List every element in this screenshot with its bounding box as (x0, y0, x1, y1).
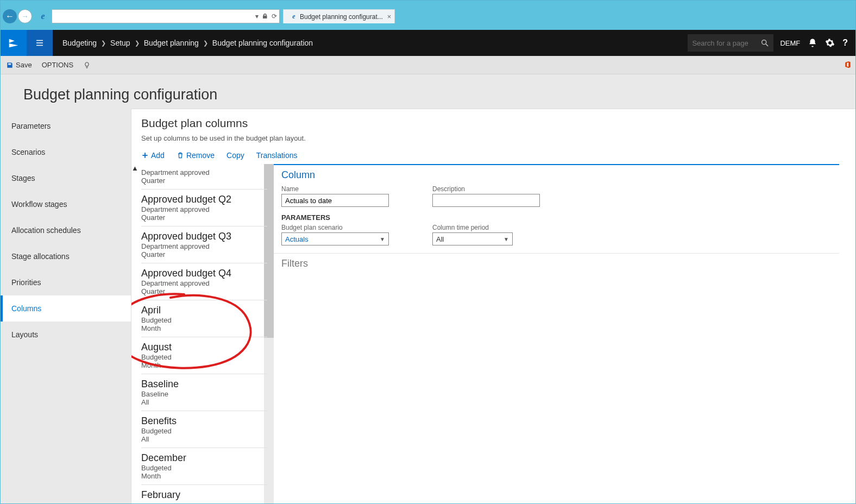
company-label[interactable]: DEMF (780, 39, 800, 47)
list-item[interactable]: February (141, 485, 267, 504)
page-header: Budget planning configuration (1, 74, 855, 109)
copy-button[interactable]: Copy (226, 151, 244, 160)
breadcrumb-1[interactable]: Setup (110, 39, 130, 47)
list-item-title: February (141, 489, 267, 501)
list-item[interactable]: BaselineBaselineAll (141, 374, 267, 411)
remove-button[interactable]: Remove (177, 151, 215, 160)
columns-list: ▲ Department approvedQuarterApproved bud… (131, 164, 274, 504)
refresh-icon[interactable]: ⟳ (272, 12, 277, 20)
top-nav: Budgeting ❯ Setup ❯ Budget planning ❯ Bu… (1, 30, 855, 56)
list-item[interactable]: Approved budget Q4Department approvedQua… (141, 263, 267, 300)
help-icon[interactable]: ? (842, 38, 848, 48)
tab-favicon: e (290, 13, 298, 21)
sidenav-item-stage-allocations[interactable]: Stage allocations (1, 243, 131, 269)
sidenav-item-layouts[interactable]: Layouts (1, 322, 131, 348)
office-icon[interactable] (844, 60, 852, 69)
address-input[interactable] (54, 12, 255, 20)
breadcrumbs: Budgeting ❯ Setup ❯ Budget planning ❯ Bu… (53, 39, 313, 47)
list-item-sub2: Quarter (141, 287, 267, 295)
lightbulb-icon[interactable] (83, 61, 91, 69)
browser-tab[interactable]: e Budget planning configurat... × (283, 9, 395, 23)
translations-button[interactable]: Translations (256, 151, 298, 160)
period-field-label: Column time period (432, 224, 513, 231)
list-commands: Add Remove Copy Translations (131, 146, 855, 164)
list-item-sub2: Quarter (141, 213, 267, 222)
detail-section-column[interactable]: Column (274, 165, 839, 183)
page-title: Budget planning configuration (23, 86, 833, 103)
nav-search[interactable] (688, 34, 773, 52)
browser-forward-button[interactable] (18, 9, 32, 23)
period-select[interactable]: All ▼ (432, 232, 513, 245)
save-icon (6, 61, 14, 69)
list-item[interactable]: BenefitsBudgetedAll (141, 411, 267, 448)
dynamics-logo[interactable] (1, 30, 27, 56)
list-item-title: Approved budget Q4 (141, 268, 267, 279)
tab-close-icon[interactable]: × (387, 12, 392, 21)
list-item-title: August (141, 342, 267, 353)
chevron-right-icon: ❯ (135, 40, 140, 47)
list-item-title: December (141, 452, 267, 464)
sidenav-item-stages[interactable]: Stages (1, 165, 131, 191)
list-item[interactable]: DecemberBudgetedMonth (141, 448, 267, 485)
breadcrumb-0[interactable]: Budgeting (62, 39, 97, 47)
nav-search-input[interactable] (692, 39, 757, 47)
sidenav-item-allocation-schedules[interactable]: Allocation schedules (1, 217, 131, 243)
list-item-sub2: Quarter (141, 250, 267, 259)
list-item-sub2: All (141, 398, 267, 406)
list-item-sub2: Month (141, 472, 267, 480)
chevron-down-icon: ▼ (380, 236, 385, 242)
list-item-sub2: All (141, 435, 267, 443)
list-item[interactable]: Approved budget Q3Department approvedQua… (141, 226, 267, 263)
list-item-sub1: Budgeted (141, 316, 267, 324)
browser-back-button[interactable] (3, 9, 17, 23)
description-field-label: Description (432, 185, 540, 193)
scenario-field-label: Budget plan scenario (281, 224, 389, 231)
description-input[interactable] (432, 194, 540, 207)
sidenav-item-workflow-stages[interactable]: Workflow stages (1, 191, 131, 217)
list-item-title: Approved budget Q3 (141, 231, 267, 242)
list-item[interactable]: Approved budget Q2Department approvedQua… (141, 190, 267, 226)
sidenav-item-parameters[interactable]: Parameters (1, 113, 131, 139)
parameters-header: PARAMETERS (274, 211, 839, 222)
sidenav-item-scenarios[interactable]: Scenarios (1, 139, 131, 165)
address-bar[interactable]: ▾ 🔒︎ ⟳ (52, 9, 280, 23)
list-item-sub1: Department approved (141, 168, 267, 177)
hamburger-menu[interactable] (27, 30, 53, 56)
plus-icon (141, 152, 149, 159)
address-tools: ▾ 🔒︎ ⟳ (255, 12, 277, 20)
list-item-sub2: Month (141, 324, 267, 332)
chevron-right-icon: ❯ (101, 40, 106, 47)
breadcrumb-3[interactable]: Budget planning configuration (212, 39, 313, 47)
trash-icon (177, 152, 184, 159)
list-item-sub1: Department approved (141, 242, 267, 250)
ie-icon: e (36, 10, 49, 23)
list-item-sub1: Budgeted (141, 464, 267, 472)
scenario-select[interactable]: Actuals ▼ (281, 232, 389, 245)
list-item[interactable]: AprilBudgetedMonth (141, 300, 267, 337)
browser-chrome: e ▾ 🔒︎ ⟳ e Budget planning configurat...… (1, 1, 855, 30)
column-detail: Column Name Description PARAMETERS (274, 164, 855, 504)
name-field-label: Name (281, 185, 389, 193)
lock-icon: 🔒︎ (262, 12, 268, 20)
sidenav-item-priorities[interactable]: Priorities (1, 269, 131, 295)
list-item-title: Approved budget Q2 (141, 194, 267, 205)
settings-icon[interactable] (825, 38, 835, 48)
list-item-title: Benefits (141, 415, 267, 427)
list-item-title: Baseline (141, 379, 267, 390)
breadcrumb-2[interactable]: Budget planning (144, 39, 199, 47)
list-item[interactable]: AugustBudgetedMonth (141, 337, 267, 374)
save-button[interactable]: Save (6, 61, 32, 69)
detail-section-filters[interactable]: Filters (274, 253, 839, 272)
tab-title: Budget planning configurat... (300, 13, 383, 21)
list-item-sub1: Department approved (141, 279, 267, 287)
sidenav-item-columns[interactable]: Columns (1, 295, 131, 322)
add-button[interactable]: Add (141, 151, 165, 160)
chevron-down-icon: ▼ (503, 236, 509, 242)
list-item[interactable]: Department approvedQuarter (141, 164, 267, 190)
name-input[interactable] (281, 194, 389, 207)
list-item-sub2: Month (141, 361, 267, 369)
notifications-icon[interactable] (808, 38, 817, 48)
search-dropdown-icon[interactable]: ▾ (255, 12, 259, 20)
list-item-sub1: Budgeted (141, 353, 267, 361)
options-button[interactable]: OPTIONS (42, 61, 74, 69)
